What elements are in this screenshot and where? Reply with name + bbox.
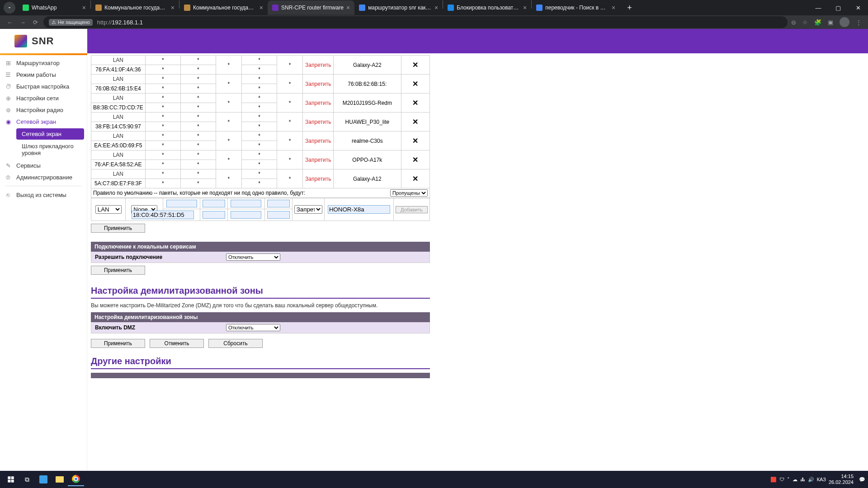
panel-icon[interactable]: ▣ bbox=[828, 19, 833, 26]
delete-rule-button[interactable]: ✕ bbox=[401, 94, 429, 113]
rule-device-name: Galaxy-A12 bbox=[334, 169, 401, 188]
app-header: SNR bbox=[0, 29, 868, 53]
new-tab-button[interactable]: + bbox=[623, 1, 636, 14]
delete-rule-button[interactable]: ✕ bbox=[401, 131, 429, 150]
forward-button[interactable]: → bbox=[16, 16, 29, 28]
tab-0[interactable]: WhatsApp× bbox=[18, 0, 90, 15]
delete-rule-button[interactable]: ✕ bbox=[401, 56, 429, 75]
dstip-input[interactable] bbox=[231, 200, 261, 207]
delete-rule-button[interactable]: ✕ bbox=[401, 113, 429, 131]
start-button[interactable] bbox=[3, 473, 19, 486]
sidebar-item-6[interactable]: ✎Сервисы bbox=[0, 160, 87, 171]
rule-device-name: 76:0B:62:6B:15: bbox=[334, 75, 401, 94]
default-rule-select[interactable]: Пропущены bbox=[390, 189, 428, 197]
tab-3[interactable]: SNR-CPE router firmware× bbox=[268, 0, 354, 15]
tab-close-icon[interactable]: × bbox=[523, 4, 527, 11]
tab-2[interactable]: Коммунальное государственн× bbox=[179, 0, 268, 15]
menu-icon[interactable]: ⋮ bbox=[856, 19, 862, 26]
sidebar-item-2[interactable]: ⏱Быстрая настройка bbox=[0, 80, 87, 92]
back-button[interactable]: ← bbox=[4, 16, 16, 28]
mode-icon: ☰ bbox=[5, 71, 12, 78]
tab-close-icon[interactable]: × bbox=[612, 4, 615, 11]
tray-net-icon[interactable]: 🖧 bbox=[800, 477, 805, 482]
sidebar-item-8[interactable]: ⎋Выход из системы bbox=[0, 189, 87, 201]
extensions-icon[interactable]: 🧩 bbox=[814, 19, 821, 26]
reload-button[interactable]: ⟳ bbox=[29, 16, 42, 28]
tab-6[interactable]: переводчик - Поиск в Google× bbox=[532, 0, 620, 15]
dmz-apply-button[interactable]: Применить bbox=[91, 339, 145, 348]
tab-close-icon[interactable]: × bbox=[82, 4, 86, 11]
app1-icon[interactable] bbox=[35, 473, 52, 486]
install-icon[interactable]: ⊝ bbox=[791, 19, 796, 26]
dmz-reset-button[interactable]: Сбросить bbox=[208, 339, 263, 348]
tab-close-icon[interactable]: × bbox=[259, 4, 263, 11]
dstip2-input[interactable] bbox=[231, 211, 261, 219]
rule-action: Запретить bbox=[303, 56, 334, 75]
delete-rule-button[interactable]: ✕ bbox=[401, 150, 429, 169]
search-tabs-button[interactable] bbox=[4, 2, 15, 14]
interface-select[interactable]: LAN bbox=[95, 205, 122, 214]
sidebar-subitem-5-0[interactable]: Сетевой экран bbox=[16, 128, 84, 140]
tab-favicon-icon bbox=[448, 5, 454, 11]
sidebar-item-5[interactable]: ◉Сетевой экран bbox=[0, 116, 87, 127]
tray-shield-icon[interactable]: 🛡 bbox=[779, 477, 784, 482]
dstport-input[interactable] bbox=[267, 200, 290, 207]
url-scheme: http:// bbox=[97, 19, 112, 26]
sidebar-item-7[interactable]: ♔Администрирование bbox=[0, 171, 87, 183]
sidebar-label: Сервисы bbox=[16, 162, 41, 169]
logo[interactable]: SNR bbox=[0, 29, 87, 53]
logo-cube-icon bbox=[14, 35, 27, 47]
maximize-button[interactable]: ▢ bbox=[828, 0, 848, 15]
tray-up-icon[interactable]: ˄ bbox=[787, 477, 790, 483]
tab-5[interactable]: Блокировка пользователя по× bbox=[443, 0, 531, 15]
srcport-input[interactable] bbox=[203, 200, 225, 207]
tab-close-icon[interactable]: × bbox=[346, 4, 350, 11]
rule-name-input[interactable] bbox=[328, 205, 390, 214]
sidebar-item-3[interactable]: ⊕Настройки сети bbox=[0, 92, 87, 104]
sidebar-subitem-5-1[interactable]: Шлюз прикладного уровня bbox=[16, 141, 84, 159]
sidebar-item-0[interactable]: ⊞Маршрутизатор bbox=[0, 57, 87, 69]
rule-mac: B8:3B:CC:7D:CD:7E bbox=[91, 103, 146, 113]
srcport2-input[interactable] bbox=[203, 211, 225, 219]
dmz-enable-label: Включить DMZ bbox=[95, 324, 226, 331]
sidebar-item-4[interactable]: ⊚Настройки радио bbox=[0, 104, 87, 116]
profile-icon[interactable] bbox=[840, 17, 849, 27]
dmz-cancel-button[interactable]: Отменить bbox=[150, 339, 204, 348]
not-secure-badge[interactable]: ⚠ Не защищено bbox=[49, 19, 93, 26]
rule-mac: 5A:C7:8D:E7:F8:3F bbox=[91, 179, 146, 188]
task-view-button[interactable]: ⧉ bbox=[19, 473, 35, 486]
tab-close-icon[interactable]: × bbox=[434, 4, 438, 11]
srcip-input[interactable] bbox=[166, 200, 197, 207]
apply-rules-button[interactable]: Применить bbox=[91, 224, 145, 233]
add-rule-button[interactable]: Добавить bbox=[396, 206, 428, 213]
sidebar-item-1[interactable]: ☰Режим работы bbox=[0, 69, 87, 80]
chrome-icon[interactable] bbox=[68, 473, 84, 486]
allow-connection-select[interactable]: Отключить bbox=[226, 253, 280, 261]
tray-lang[interactable]: КАЗ bbox=[817, 477, 826, 482]
mac-input[interactable] bbox=[132, 211, 194, 219]
tab-1[interactable]: Коммунальное государственн× bbox=[91, 0, 179, 15]
firewall-rules-table: LAN*****ЗапретитьGalaxy-A22✕76:FA:41:0F:… bbox=[91, 55, 430, 188]
rule-action: Запретить bbox=[303, 150, 334, 169]
notifications-icon[interactable]: 💬 bbox=[859, 477, 865, 483]
bookmark-icon[interactable]: ☆ bbox=[802, 19, 808, 26]
explorer-icon[interactable] bbox=[52, 473, 68, 486]
minimize-button[interactable]: — bbox=[808, 0, 828, 15]
tab-close-icon[interactable]: × bbox=[171, 4, 175, 11]
action-select[interactable]: Запретит bbox=[294, 205, 322, 214]
delete-rule-button[interactable]: ✕ bbox=[401, 75, 429, 94]
close-button[interactable]: ✕ bbox=[848, 0, 868, 15]
speed-icon: ⏱ bbox=[5, 83, 12, 90]
tray-flag-icon[interactable]: 🟥 bbox=[770, 477, 777, 483]
other-settings-title: Другие настройки bbox=[91, 356, 430, 369]
dmz-enable-select[interactable]: Отключить bbox=[226, 324, 280, 331]
other-header-bar bbox=[91, 373, 430, 378]
clock[interactable]: 14:15 26.02.2024 bbox=[829, 474, 854, 485]
tray-vol-icon[interactable]: 🔊 bbox=[808, 477, 814, 483]
url-field[interactable]: ⚠ Не защищено http://192.168.1.1 bbox=[43, 16, 788, 28]
dstport2-input[interactable] bbox=[267, 211, 290, 219]
delete-rule-button[interactable]: ✕ bbox=[401, 169, 429, 188]
tab-4[interactable]: маршрутизатор snr как забло× bbox=[354, 0, 443, 15]
tray-cloud-icon[interactable]: ☁ bbox=[793, 477, 797, 483]
apply-local-button[interactable]: Применить bbox=[91, 266, 145, 275]
